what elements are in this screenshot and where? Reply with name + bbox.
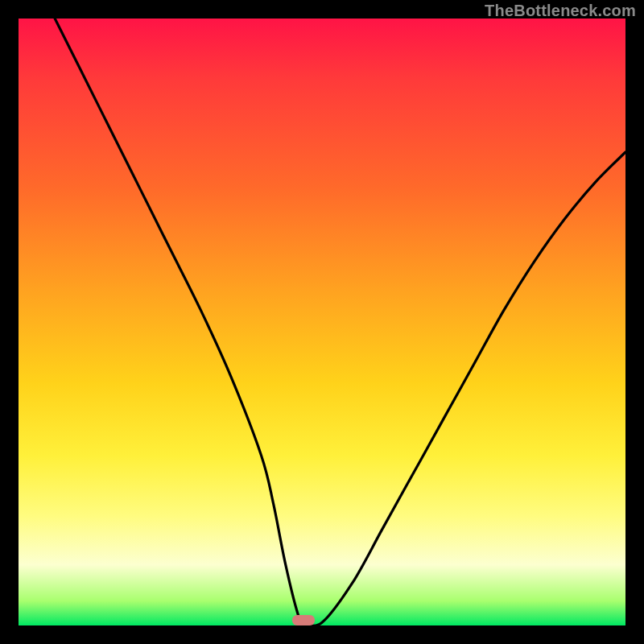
bottleneck-curve (19, 19, 625, 625)
chart-frame: TheBottleneck.com (0, 0, 644, 644)
optimal-point-marker (292, 615, 315, 625)
curve-line (55, 19, 625, 625)
watermark-text: TheBottleneck.com (485, 2, 636, 20)
plot-area (19, 19, 625, 625)
